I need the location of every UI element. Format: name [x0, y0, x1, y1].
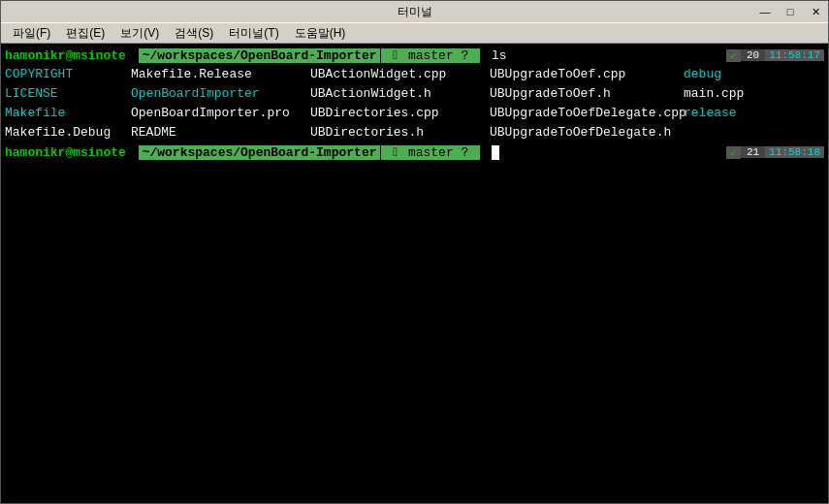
- git-branch-2:  master ?: [381, 145, 480, 160]
- file-item: Makefile.Release: [131, 65, 310, 84]
- file-item: Makefile.Debug: [5, 123, 131, 142]
- prompt-line-1: hamonikr@msinote ~/workspaces/OpenBoard-…: [5, 46, 824, 65]
- linenum-2: 21: [741, 146, 765, 158]
- menu-edit[interactable]: 편집(E): [58, 23, 112, 44]
- terminal-body[interactable]: hamonikr@msinote ~/workspaces/OpenBoard-…: [1, 44, 828, 503]
- file-item: UBDirectories.h: [310, 123, 490, 142]
- titlebar: 터미널 — □ ✕: [1, 1, 828, 22]
- file-item: UBUpgradeToOefDelegate.cpp: [490, 104, 684, 123]
- window-controls: — □ ✕: [752, 1, 828, 22]
- linenum-1: 20: [741, 49, 765, 61]
- menu-help[interactable]: 도움말(H): [287, 23, 354, 44]
- menubar: 파일(F) 편집(E) 보기(V) 검색(S) 터미널(T) 도움말(H): [1, 22, 828, 44]
- file-item: debug: [684, 65, 771, 84]
- file-col-3: UBActionWidget.cpp UBActionWidget.h UBDi…: [310, 65, 490, 142]
- file-item: LICENSE: [5, 84, 131, 104]
- file-item: Makefile: [5, 104, 131, 123]
- file-item: UBActionWidget.cpp: [310, 65, 490, 84]
- menu-search[interactable]: 검색(S): [167, 23, 221, 44]
- file-listing: COPYRIGHT LICENSE Makefile Makefile.Debu…: [5, 65, 824, 142]
- time-1: 11:58:17: [765, 49, 824, 61]
- file-item: UBUpgradeToOef.cpp: [490, 65, 684, 84]
- file-item: UBUpgradeToOefDelegate.h: [490, 123, 684, 142]
- file-item: UBDirectories.cpp: [310, 104, 490, 123]
- prompt-user-2: hamonikr@msinote: [5, 145, 126, 160]
- menu-terminal[interactable]: 터미널(T): [221, 23, 286, 44]
- file-item: README: [131, 123, 310, 142]
- minimize-button[interactable]: —: [752, 1, 778, 22]
- close-button[interactable]: ✕: [803, 1, 828, 22]
- file-item: UBActionWidget.h: [310, 84, 490, 104]
- prompt-cmd-1: ls: [484, 48, 506, 63]
- file-item: OpenBoardImporter.pro: [131, 104, 310, 123]
- maximize-button[interactable]: □: [778, 1, 803, 22]
- file-col-1: COPYRIGHT LICENSE Makefile Makefile.Debu…: [5, 65, 131, 142]
- terminal-window: 터미널 — □ ✕ 파일(F) 편집(E) 보기(V) 검색(S) 터미널(T)…: [0, 0, 829, 504]
- time-2: 11:58:18: [765, 146, 824, 158]
- prompt-user-1: hamonikr@msinote: [5, 48, 126, 63]
- check-2: ✓: [726, 146, 741, 159]
- menu-view[interactable]: 보기(V): [112, 23, 167, 44]
- terminal-cursor: [492, 145, 499, 160]
- file-col-5: debug main.cpp release: [684, 65, 771, 142]
- check-1: ✓: [726, 49, 741, 62]
- file-col-2: Makefile.Release OpenBoardImporter OpenB…: [131, 65, 310, 142]
- prompt-line-2: hamonikr@msinote ~/workspaces/OpenBoard-…: [5, 142, 824, 162]
- git-branch-1:  master ?: [381, 48, 480, 63]
- path-arrow-2: ~/workspaces/OpenBoard-Importer: [139, 145, 381, 160]
- menu-file[interactable]: 파일(F): [5, 23, 58, 44]
- file-item: release: [684, 104, 771, 123]
- file-col-4: UBUpgradeToOef.cpp UBUpgradeToOef.h UBUp…: [490, 65, 684, 142]
- separator-2: [128, 145, 136, 160]
- file-item: main.cpp: [684, 84, 771, 104]
- cursor-block: [484, 144, 499, 159]
- file-item: COPYRIGHT: [5, 65, 131, 84]
- file-item: UBUpgradeToOef.h: [490, 84, 684, 104]
- separator-1: [128, 48, 136, 63]
- window-title: 터미널: [398, 4, 432, 20]
- path-arrow-1: ~/workspaces/OpenBoard-Importer: [139, 48, 381, 63]
- file-item: OpenBoardImporter: [131, 84, 310, 104]
